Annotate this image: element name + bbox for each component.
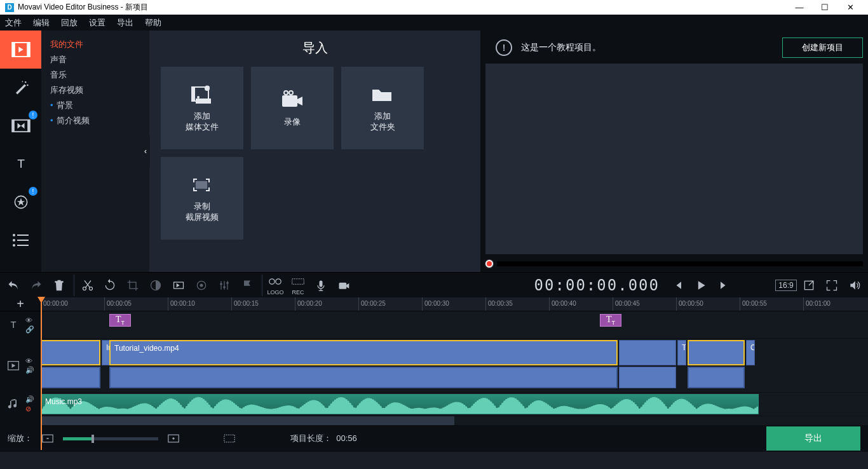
export-button[interactable]: 导出 (766, 426, 860, 451)
play-button[interactable] (690, 275, 712, 296)
aspect-button[interactable]: 16:9 (775, 275, 797, 296)
import-tile-folder[interactable]: 添加文件夹 (341, 67, 424, 149)
menu-edit[interactable]: 编辑 (33, 17, 50, 29)
visibility-toggle[interactable]: 👁 (25, 357, 34, 365)
filters-tool[interactable] (0, 69, 41, 107)
svg-rect-7 (12, 120, 15, 132)
video-clip[interactable] (688, 340, 745, 365)
preview-panel: ! 这是一个教程项目。 创建新项目 (480, 31, 868, 272)
visibility-toggle[interactable]: 👁 (25, 316, 34, 324)
prev-button[interactable] (667, 275, 689, 296)
minimize-button[interactable]: — (787, 3, 812, 12)
maximize-button[interactable]: ☐ (812, 3, 837, 12)
menu-playback[interactable]: 回放 (61, 17, 78, 29)
menu-settings[interactable]: 设置 (89, 17, 105, 29)
import-tile-media[interactable]: 添加媒体文件 (161, 67, 243, 149)
ruler-tick: 00:00:20 (295, 297, 322, 311)
category-item[interactable]: 库存视频 (41, 83, 149, 98)
timeline-scrollbar[interactable] (0, 416, 868, 425)
import-tile-screen[interactable]: 录制截屏视频 (161, 157, 243, 240)
status-bar: 缩放： 项目长度： 00:56 导出 (0, 425, 868, 452)
transitions-tool[interactable]: ! (0, 107, 41, 145)
video-clip[interactable]: C (746, 340, 755, 365)
color-button[interactable] (145, 275, 166, 296)
link-toggle[interactable]: 🔗 (25, 325, 34, 334)
audio-clip[interactable]: Music.mp3 (41, 394, 759, 414)
redo-button[interactable] (25, 275, 47, 296)
svg-point-31 (200, 283, 203, 287)
fullscreen-button[interactable] (821, 275, 843, 296)
marker-button[interactable] (236, 275, 258, 296)
rec-button[interactable]: REC (287, 275, 309, 296)
video-clip-audio[interactable] (41, 367, 100, 388)
category-item[interactable]: 音乐 (41, 67, 149, 83)
cut-button[interactable] (74, 275, 98, 296)
mute-toggle[interactable]: 🔊 (25, 395, 34, 404)
import-tool[interactable] (0, 31, 41, 69)
delete-button[interactable] (48, 275, 70, 296)
video-clip[interactable]: Tut (677, 340, 686, 365)
video-clip[interactable] (41, 340, 100, 365)
svg-text:T: T (10, 319, 16, 330)
titles-tool[interactable]: T (0, 145, 41, 183)
svg-point-15 (13, 244, 15, 247)
badge-icon: ! (29, 111, 37, 119)
preview-viewport[interactable] (485, 64, 863, 254)
ruler-tick: 00:00:30 (422, 297, 449, 311)
svg-rect-16 (17, 245, 29, 246)
video-clip-audio[interactable] (109, 367, 618, 388)
timeline-ruler[interactable]: + 00:00:0000:00:0500:00:1000:00:1500:00:… (0, 297, 868, 311)
playhead[interactable] (41, 297, 42, 450)
equalizer-button[interactable] (214, 275, 235, 296)
rotate-button[interactable] (99, 275, 121, 296)
category-item[interactable]: 背景 (41, 98, 149, 113)
camera-button[interactable] (333, 275, 355, 296)
video-clip-audio[interactable] (619, 367, 676, 388)
svg-rect-22 (282, 95, 297, 107)
zoom-fit-button[interactable] (222, 431, 237, 446)
menu-help[interactable]: 帮助 (145, 17, 161, 29)
close-button[interactable]: ✕ (837, 3, 863, 12)
zoom-out-button[interactable] (40, 431, 55, 446)
video-clip[interactable] (619, 340, 676, 365)
add-track-button[interactable]: + (0, 297, 41, 311)
svg-point-24 (289, 91, 293, 95)
stickers-tool[interactable]: ! (0, 183, 41, 221)
category-item[interactable]: 声音 (41, 52, 149, 67)
menu-export[interactable]: 导出 (117, 17, 133, 29)
crop-button[interactable] (122, 275, 144, 296)
zoom-in-button[interactable] (166, 431, 181, 446)
next-button[interactable] (713, 275, 735, 296)
video-clip[interactable]: Tutorial_video.mp4 (109, 340, 618, 365)
volume-button[interactable] (844, 275, 865, 296)
track-audio: 🔊⊘ Music.mp3 (0, 393, 868, 416)
link-toggle[interactable]: ⊘ (25, 405, 34, 413)
progress-track[interactable] (497, 261, 863, 266)
category-item[interactable]: 我的文件 (41, 37, 149, 52)
video-clip-audio[interactable] (688, 367, 745, 388)
collapse-handle[interactable]: ‹ (141, 135, 150, 167)
music-icon (7, 398, 20, 411)
popout-button[interactable] (798, 275, 820, 296)
clip-props-button[interactable] (191, 275, 212, 296)
category-item[interactable]: 简介视频 (41, 113, 149, 128)
more-tool[interactable] (0, 221, 41, 259)
menu-file[interactable]: 文件 (5, 17, 22, 29)
title-clip[interactable]: TT (600, 314, 621, 327)
menubar: 文件 编辑 回放 设置 导出 帮助 (0, 15, 868, 31)
logo-button[interactable]: LOGO (262, 275, 286, 296)
preview-progress[interactable] (485, 258, 863, 269)
badge-icon: ! (29, 187, 37, 196)
mute-toggle[interactable]: 🔊 (25, 366, 34, 374)
mic-button[interactable] (310, 275, 332, 296)
new-project-button[interactable]: 创建新项目 (782, 37, 863, 58)
import-heading: 导入 (161, 39, 469, 57)
import-tile-camera[interactable]: 录像 (251, 67, 334, 149)
undo-button[interactable] (3, 275, 24, 296)
zoom-slider[interactable] (63, 437, 158, 440)
title-clip[interactable]: TT (109, 314, 131, 327)
svg-rect-25 (196, 181, 207, 189)
filmstrip-icon (11, 42, 31, 57)
transition-button[interactable] (168, 275, 189, 296)
ruler-tick: 00:00:10 (168, 297, 195, 311)
